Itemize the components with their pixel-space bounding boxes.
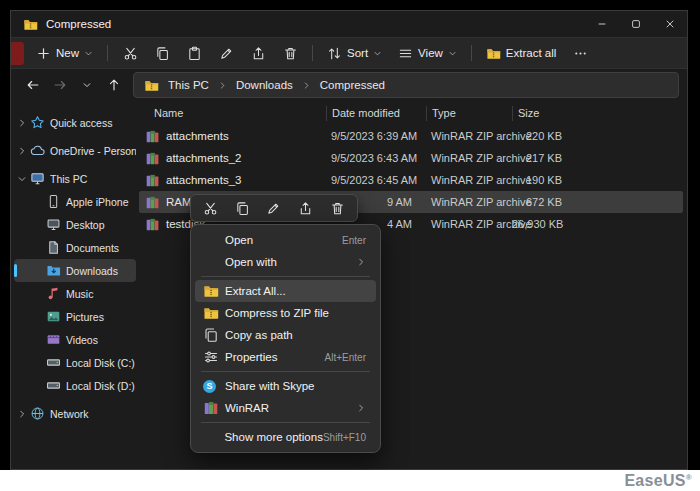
up-button[interactable] xyxy=(102,73,126,97)
toolbar-delete-button[interactable] xyxy=(275,40,305,66)
zip-folder-icon xyxy=(144,78,159,93)
context-delete-button[interactable] xyxy=(325,197,349,219)
screenshot-stage: Compressed New Sort xyxy=(0,0,700,491)
more-options-button[interactable] xyxy=(565,40,595,66)
column-header-name[interactable]: Name xyxy=(139,106,326,121)
maximize-icon xyxy=(630,18,642,30)
close-icon xyxy=(664,18,676,30)
sidebar-item-this-pc[interactable]: This PC xyxy=(14,167,136,190)
cloud-icon xyxy=(30,143,45,158)
network-icon xyxy=(30,406,45,421)
winrar-icon xyxy=(203,401,219,415)
column-header-date-modified[interactable]: Date modified xyxy=(326,106,426,121)
minimize-button[interactable] xyxy=(585,11,619,37)
delete-icon xyxy=(330,201,345,216)
sidebar-item-label: Local Disk (C:) xyxy=(66,357,135,369)
context-copy-button[interactable] xyxy=(230,197,254,219)
sidebar-item-label: Apple iPhone xyxy=(66,196,128,208)
file-row-attachments-2[interactable]: attachments_2 9/5/2023 6:43 AM WinRAR ZI… xyxy=(139,147,683,169)
menu-item-shortcut: Shift+F10 xyxy=(323,432,366,443)
view-button[interactable]: View xyxy=(391,42,464,65)
menu-divider xyxy=(201,371,370,372)
menu-item-share-with-skype[interactable]: S Share with Skype xyxy=(195,375,376,397)
breadcrumb-this-pc[interactable]: This PC xyxy=(166,78,211,92)
extract-all-button-label: Extract all xyxy=(506,47,557,59)
sidebar-item-quick-access[interactable]: Quick access xyxy=(14,111,136,134)
file-type: WinRAR ZIP archive xyxy=(426,174,512,186)
context-menu: Open Enter Open with Extract All... Comp… xyxy=(190,224,381,453)
menu-item-copy-as-path[interactable]: Copy as path xyxy=(195,324,376,346)
chevron-right-icon xyxy=(16,409,28,419)
menu-item-show-more-options[interactable]: Show more options Shift+F10 xyxy=(195,426,376,448)
minimize-icon xyxy=(596,18,608,30)
context-share-button[interactable] xyxy=(294,197,318,219)
context-rename-button[interactable] xyxy=(262,197,286,219)
forward-icon xyxy=(53,78,67,92)
menu-item-winrar[interactable]: WinRAR xyxy=(195,397,376,419)
column-header-type[interactable]: Type xyxy=(426,106,512,121)
submenu-chevron-icon xyxy=(356,403,366,413)
forward-button[interactable] xyxy=(48,73,72,97)
chevron-right-icon xyxy=(16,118,28,128)
toolbar-paste-button[interactable] xyxy=(179,40,209,66)
titlebar: Compressed xyxy=(11,11,687,37)
file-size: 217 KB xyxy=(512,152,562,164)
toolbar-copy-button[interactable] xyxy=(147,40,177,66)
chevron-down-icon xyxy=(82,80,92,90)
winrar-zip-icon xyxy=(145,217,160,232)
close-button[interactable] xyxy=(653,11,687,37)
breadcrumb-compressed[interactable]: Compressed xyxy=(318,78,387,92)
copy-icon xyxy=(235,201,250,216)
toolbar-share-button[interactable] xyxy=(243,40,273,66)
toolbar-cut-button[interactable] xyxy=(115,40,145,66)
sidebar-item-apple-iphone[interactable]: Apple iPhone xyxy=(14,190,136,213)
sidebar-item-local-disk-d[interactable]: Local Disk (D:) xyxy=(14,374,136,397)
toolbar-separator xyxy=(312,45,313,61)
new-button-label: New xyxy=(56,47,79,59)
sidebar-item-documents[interactable]: Documents xyxy=(14,236,136,259)
back-icon xyxy=(26,78,40,92)
toolbar-rename-button[interactable] xyxy=(211,40,241,66)
sidebar-item-label: Downloads xyxy=(66,265,118,277)
back-button[interactable] xyxy=(21,73,45,97)
sidebar-item-network[interactable]: Network xyxy=(14,402,136,425)
new-button[interactable]: New xyxy=(29,42,100,65)
menu-item-extract-all[interactable]: Extract All... xyxy=(195,280,376,302)
menu-item-open[interactable]: Open Enter xyxy=(195,229,376,251)
copy-icon xyxy=(203,328,219,342)
menu-item-compress-to-zip-file[interactable]: Compress to ZIP file xyxy=(195,302,376,324)
zip-folder-icon xyxy=(203,306,219,320)
file-name: attachments xyxy=(166,130,229,142)
menu-item-label: Compress to ZIP file xyxy=(225,307,366,319)
sort-button[interactable]: Sort xyxy=(320,42,389,65)
toolbar-icon-buttons xyxy=(115,40,305,66)
sidebar-item-label: OneDrive - Personal xyxy=(50,145,136,157)
context-cut-button[interactable] xyxy=(199,197,223,219)
file-size: 220 KB xyxy=(512,130,562,142)
address-box[interactable]: This PCDownloadsCompressed xyxy=(133,72,679,98)
column-header-size[interactable]: Size xyxy=(512,106,562,121)
toolbar-separator xyxy=(107,45,108,61)
breadcrumb-downloads[interactable]: Downloads xyxy=(234,78,295,92)
sidebar-item-music[interactable]: Music xyxy=(14,282,136,305)
sidebar-item-label: Pictures xyxy=(66,311,104,323)
file-row-attachments[interactable]: attachments 9/5/2023 6:39 AM WinRAR ZIP … xyxy=(139,125,683,147)
sidebar-item-label: Quick access xyxy=(50,117,112,129)
sidebar-item-downloads[interactable]: Downloads xyxy=(14,259,136,282)
chevron-down-icon xyxy=(84,49,93,58)
sort-button-label: Sort xyxy=(347,47,368,59)
menu-item-open-with[interactable]: Open with xyxy=(195,251,376,273)
file-row-attachments-3[interactable]: attachments_3 9/5/2023 6:45 AM WinRAR ZI… xyxy=(139,169,683,191)
menu-item-shortcut xyxy=(356,403,366,413)
sidebar-item-local-disk-c[interactable]: Local Disk (C:) xyxy=(14,351,136,374)
sidebar-item-pictures[interactable]: Pictures xyxy=(14,305,136,328)
skype-icon: S xyxy=(203,379,219,393)
extract-all-button[interactable]: Extract all xyxy=(479,42,564,65)
sidebar-item-videos[interactable]: Videos xyxy=(14,328,136,351)
menu-item-properties[interactable]: Properties Alt+Enter xyxy=(195,346,376,368)
recent-locations-button[interactable] xyxy=(75,73,99,97)
maximize-button[interactable] xyxy=(619,11,653,37)
chevron-down-icon xyxy=(16,174,28,184)
sidebar-item-desktop[interactable]: Desktop xyxy=(14,213,136,236)
sidebar-item-onedrive-personal[interactable]: OneDrive - Personal xyxy=(14,139,136,162)
